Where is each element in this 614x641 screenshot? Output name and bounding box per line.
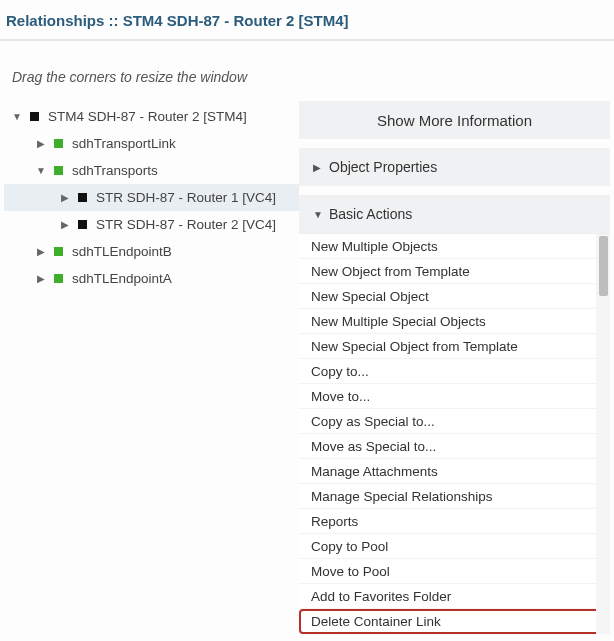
tree-node-label: STM4 SDH-87 - Router 2 [STM4] <box>48 109 247 124</box>
tree-node-label: sdhTransportLink <box>72 136 176 151</box>
action-item[interactable]: Delete Container Link <box>299 609 610 634</box>
tree-node[interactable]: ▼sdhTransports <box>4 157 299 184</box>
node-color-icon <box>78 193 87 202</box>
basic-actions-label: Basic Actions <box>329 206 412 222</box>
right-panel: Show More Information ▶ Object Propertie… <box>299 101 610 634</box>
node-color-icon <box>30 112 39 121</box>
action-item-label: Copy to Pool <box>311 539 388 554</box>
action-item-label: Copy as Special to... <box>311 414 435 429</box>
action-item[interactable]: Manage Special Relationships <box>299 484 610 509</box>
action-item-label: Move to Pool <box>311 564 390 579</box>
chevron-right-icon[interactable]: ▶ <box>58 192 72 203</box>
show-more-info-label: Show More Information <box>377 112 532 129</box>
chevron-down-icon[interactable]: ▼ <box>34 165 48 176</box>
tree-node[interactable]: ▶sdhTransportLink <box>4 130 299 157</box>
tree-node-label: sdhTLEndpointB <box>72 244 172 259</box>
chevron-right-icon[interactable]: ▶ <box>58 219 72 230</box>
node-color-icon <box>78 220 87 229</box>
action-item-label: New Multiple Special Objects <box>311 314 486 329</box>
basic-actions-list: New Multiple ObjectsNew Object from Temp… <box>299 233 610 634</box>
object-properties-accordion[interactable]: ▶ Object Properties <box>299 148 610 186</box>
action-item-label: Manage Attachments <box>311 464 438 479</box>
chevron-down-icon: ▼ <box>313 209 329 220</box>
node-color-icon <box>54 139 63 148</box>
tree-node-label: STR SDH-87 - Router 1 [VC4] <box>96 190 276 205</box>
chevron-down-icon[interactable]: ▼ <box>10 111 24 122</box>
chevron-right-icon[interactable]: ▶ <box>34 246 48 257</box>
action-item[interactable]: New Object from Template <box>299 259 610 284</box>
resize-hint: Drag the corners to resize the window <box>0 41 614 101</box>
action-item-label: New Multiple Objects <box>311 239 438 254</box>
tree-node[interactable]: ▶sdhTLEndpointB <box>4 238 299 265</box>
chevron-right-icon[interactable]: ▶ <box>34 138 48 149</box>
tree-node[interactable]: ▼STM4 SDH-87 - Router 2 [STM4] <box>4 103 299 130</box>
chevron-right-icon[interactable]: ▶ <box>34 273 48 284</box>
action-item[interactable]: Move to... <box>299 384 610 409</box>
basic-actions-accordion[interactable]: ▼ Basic Actions <box>299 195 610 233</box>
tree-node[interactable]: ▶STR SDH-87 - Router 1 [VC4] <box>4 184 299 211</box>
action-item[interactable]: Reports <box>299 509 610 534</box>
tree-node[interactable]: ▶STR SDH-87 - Router 2 [VC4] <box>4 211 299 238</box>
tree-node-label: sdhTransports <box>72 163 158 178</box>
action-item[interactable]: Move as Special to... <box>299 434 610 459</box>
action-item-label: Add to Favorites Folder <box>311 589 451 604</box>
node-color-icon <box>54 274 63 283</box>
resize-hint-text: Drag the corners to resize the window <box>12 69 247 85</box>
action-item[interactable]: Add to Favorites Folder <box>299 584 610 609</box>
action-item-label: New Object from Template <box>311 264 470 279</box>
action-item[interactable]: New Multiple Special Objects <box>299 309 610 334</box>
action-item[interactable]: Copy to... <box>299 359 610 384</box>
tree-node-label: STR SDH-87 - Router 2 [VC4] <box>96 217 276 232</box>
action-item[interactable]: Copy to Pool <box>299 534 610 559</box>
page-title: Relationships :: STM4 SDH-87 - Router 2 … <box>0 0 614 41</box>
action-item[interactable]: New Special Object <box>299 284 610 309</box>
node-color-icon <box>54 166 63 175</box>
tree-view: ▼STM4 SDH-87 - Router 2 [STM4]▶sdhTransp… <box>4 101 299 292</box>
basic-actions-section: ▼ Basic Actions New Multiple ObjectsNew … <box>299 195 610 634</box>
action-item[interactable]: New Special Object from Template <box>299 334 610 359</box>
action-item-label: Manage Special Relationships <box>311 489 493 504</box>
action-item-label: Copy to... <box>311 364 369 379</box>
object-properties-label: Object Properties <box>329 159 437 175</box>
action-item[interactable]: New Multiple Objects <box>299 234 610 259</box>
tree-node-label: sdhTLEndpointA <box>72 271 172 286</box>
action-item[interactable]: Manage Attachments <box>299 459 610 484</box>
scrollbar-track[interactable] <box>596 234 610 634</box>
action-item[interactable]: Copy as Special to... <box>299 409 610 434</box>
chevron-right-icon: ▶ <box>313 162 329 173</box>
action-item-label: Reports <box>311 514 358 529</box>
action-item-label: Move to... <box>311 389 370 404</box>
show-more-info-button[interactable]: Show More Information <box>299 101 610 139</box>
action-item-label: New Special Object <box>311 289 429 304</box>
node-color-icon <box>54 247 63 256</box>
action-item[interactable]: Move to Pool <box>299 559 610 584</box>
action-item-label: New Special Object from Template <box>311 339 518 354</box>
page-title-text: Relationships :: STM4 SDH-87 - Router 2 … <box>6 12 349 29</box>
tree-node[interactable]: ▶sdhTLEndpointA <box>4 265 299 292</box>
action-item-label: Move as Special to... <box>311 439 436 454</box>
scrollbar-thumb[interactable] <box>599 236 608 296</box>
action-item-label: Delete Container Link <box>311 614 441 629</box>
